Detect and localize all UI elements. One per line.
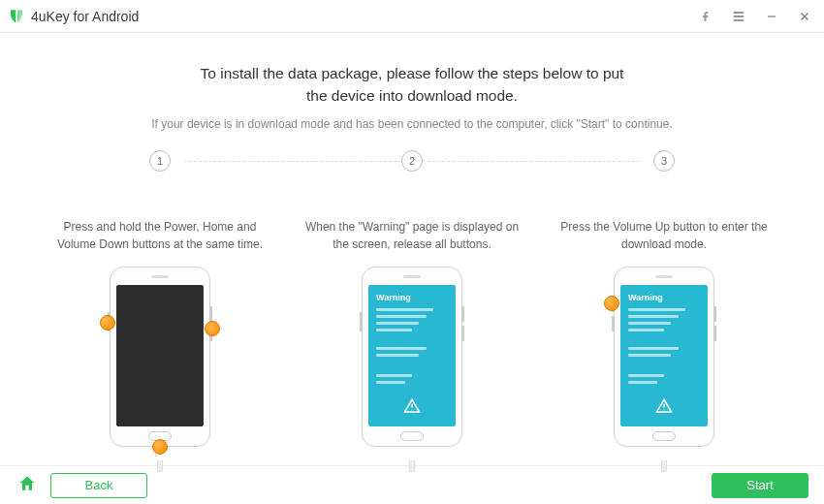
headline-line-2: the device into download mode. <box>39 84 785 107</box>
phone-illustration-3: Warning <box>606 267 722 460</box>
highlight-dot-volume-up <box>604 296 619 311</box>
warning-triangle-icon <box>403 397 421 419</box>
highlight-dot-home <box>152 439 168 455</box>
step-2-desc: When the "Warning" page is displayed on … <box>291 218 533 257</box>
phone-illustration-1 <box>102 267 218 460</box>
home-button[interactable] <box>16 474 39 497</box>
usb-cable-icon <box>409 460 415 472</box>
home-icon <box>17 474 37 497</box>
step-number-3: 3 <box>653 150 675 172</box>
step-2: When the "Warning" page is displayed on … <box>291 205 533 460</box>
app-title: 4uKey for Android <box>31 9 139 24</box>
subheadline: If your device is in download mode and h… <box>39 117 785 131</box>
titlebar: 4uKey for Android <box>0 0 824 33</box>
phone-illustration-2: Warning <box>354 267 470 460</box>
step-number-1: 1 <box>149 150 171 172</box>
usb-cable-icon <box>661 460 667 472</box>
back-button[interactable]: Back <box>50 473 147 498</box>
highlight-dot-power <box>205 321 220 336</box>
facebook-icon[interactable] <box>696 7 715 26</box>
phone-warning-title: Warning <box>628 293 700 302</box>
headline-line-1: To install the data package, please foll… <box>39 62 785 84</box>
headline: To install the data package, please foll… <box>39 62 785 108</box>
step-1: Press and hold the Power, Home and Volum… <box>39 205 281 460</box>
usb-cable-icon <box>157 460 163 472</box>
main-content: To install the data package, please foll… <box>0 33 824 465</box>
warning-triangle-icon <box>655 397 673 419</box>
step-3-desc: Press the Volume Up button to enter the … <box>543 218 785 257</box>
step-number-row: 1 2 3 <box>39 150 785 172</box>
app-logo: 4uKey for Android <box>8 8 139 25</box>
steps-row: Press and hold the Power, Home and Volum… <box>39 205 785 460</box>
phone-warning-title: Warning <box>376 293 448 302</box>
step-number-2: 2 <box>401 150 423 172</box>
step-1-desc: Press and hold the Power, Home and Volum… <box>39 218 281 257</box>
start-button[interactable]: Start <box>712 473 808 498</box>
window-controls <box>696 7 814 26</box>
step-3: Press the Volume Up button to enter the … <box>543 205 785 460</box>
menu-icon[interactable] <box>729 7 748 26</box>
minimize-icon[interactable] <box>762 7 781 26</box>
logo-shield-icon <box>8 8 25 25</box>
highlight-dot-volume-down <box>100 315 115 331</box>
close-icon[interactable] <box>795 7 814 26</box>
